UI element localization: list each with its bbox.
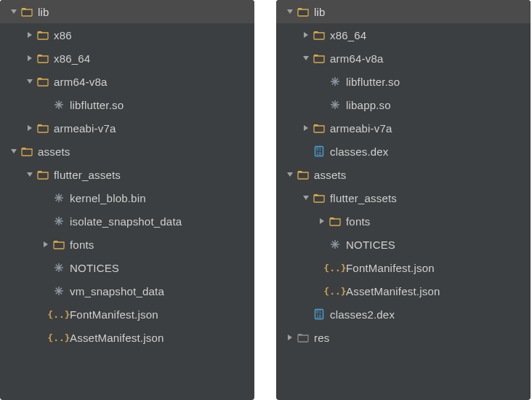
chevron-down-icon[interactable] [301,193,311,203]
tree-row[interactable]: libflutter.so [0,93,254,116]
tree-item-label: flutter_assets [330,192,397,204]
json-file-icon: {..} [52,308,65,321]
tree-item-label: fonts [70,239,94,251]
chevron-right-icon[interactable] [41,239,51,249]
chevron-down-icon[interactable] [285,7,295,17]
json-file-icon: {..} [52,331,65,344]
tree-item-label: classes2.dex [330,308,395,321]
chevron-down-icon[interactable] [25,169,35,180]
file-icon [52,98,65,111]
json-file-icon: {..} [329,261,342,274]
tree-item-label: arm64-v8a [330,52,384,65]
tree-item-label: isolate_snapshot_data [70,215,182,228]
chevron-placeholder [41,286,51,296]
file-icon [329,98,342,111]
tree-item-label: libflutter.so [70,99,124,111]
chevron-right-icon[interactable] [25,53,35,63]
tree-row[interactable]: isolate_snapshot_data [0,209,254,233]
tree-row[interactable]: fonts [276,209,531,233]
tree-item-label: arm64-v8a [54,76,108,88]
chevron-placeholder [317,239,327,249]
tree-item-label: armeabi-v7a [54,122,116,135]
tree-row[interactable]: lib [0,0,254,23]
tree-row[interactable]: 0110classes2.dex [276,303,531,326]
tree-item-label: libapp.so [346,99,391,111]
tree-item-label: lib [314,6,326,18]
tree-row[interactable]: libflutter.so [276,70,531,93]
tree-item-label: AssetManifest.json [70,332,164,344]
chevron-down-icon[interactable] [285,169,295,180]
tree-item-label: armeabi-v7a [330,122,392,135]
tree-row[interactable]: arm64-v8a [0,70,254,93]
chevron-placeholder [41,193,51,203]
tree-item-label: assets [38,145,70,158]
chevron-down-icon[interactable] [301,53,311,63]
chevron-right-icon[interactable] [25,123,35,133]
svg-text:10: 10 [316,151,322,156]
chevron-down-icon[interactable] [25,76,35,87]
right-panel: libx86_64arm64-v8alibflutter.solibapp.so… [276,0,531,400]
folder-icon [36,121,49,135]
tree-row[interactable]: res [276,326,531,349]
file-icon [52,191,65,204]
folder-icon [313,191,326,204]
tree-row[interactable]: {..}FontManifest.json [0,303,254,326]
chevron-placeholder [301,146,311,156]
tree-row[interactable]: {..}AssetManifest.json [0,326,254,349]
tree-row[interactable]: vm_snapshot_data [0,279,254,303]
tree-row[interactable]: armeabi-v7a [276,116,531,140]
tree-item-label: kernel_blob.bin [70,192,146,204]
folder-icon [36,168,49,181]
folder-icon [297,5,310,18]
json-file-icon: {..} [329,284,342,297]
chevron-right-icon[interactable] [301,123,311,133]
tree-row[interactable]: NOTICES [0,256,254,279]
tree-row[interactable]: armeabi-v7a [0,116,254,140]
chevron-placeholder [317,100,327,110]
tree-row[interactable]: x86 [0,23,254,47]
tree-row[interactable]: kernel_blob.bin [0,186,254,209]
tree-item-label: AssetManifest.json [346,285,440,297]
right-tree: libx86_64arm64-v8alibflutter.solibapp.so… [276,0,531,349]
tree-row[interactable]: 0110classes.dex [276,140,531,163]
tree-row[interactable]: flutter_assets [0,163,254,186]
chevron-down-icon[interactable] [9,7,19,17]
chevron-right-icon[interactable] [25,30,35,40]
tree-item-label: FontManifest.json [346,262,435,274]
folder-icon [329,215,342,228]
tree-item-label: res [314,332,329,344]
tree-item-label: FontManifest.json [70,308,158,321]
file-icon [52,284,65,297]
chevron-right-icon[interactable] [317,216,327,226]
tree-row[interactable]: {..}FontManifest.json [276,256,531,279]
chevron-right-icon[interactable] [301,30,311,40]
folder-icon [297,168,310,181]
tree-row[interactable]: flutter_assets [276,186,531,209]
tree-row[interactable]: NOTICES [276,233,531,256]
file-icon [329,75,342,88]
tree-row[interactable]: libapp.so [276,93,531,116]
tree-row[interactable]: assets [0,140,254,163]
folder-icon [36,28,49,41]
tree-row[interactable]: {..}AssetManifest.json [276,279,531,303]
file-icon [52,215,65,228]
tree-item-label: fonts [346,215,371,228]
tree-row[interactable]: fonts [0,233,254,256]
folder-icon [52,238,65,251]
tree-row[interactable]: x86_64 [0,47,254,70]
folder-icon [313,52,326,65]
chevron-down-icon[interactable] [9,146,19,156]
tree-item-label: classes.dex [330,145,389,158]
folder-icon [20,5,33,18]
tree-row[interactable]: x86_64 [276,23,531,47]
folder-icon [313,28,326,41]
tree-row[interactable]: arm64-v8a [276,47,531,70]
folder-icon [36,52,49,65]
chevron-right-icon[interactable] [285,332,295,343]
tree-row[interactable]: assets [276,163,531,186]
folder-icon [20,145,33,158]
tree-row[interactable]: lib [276,0,531,23]
tree-item-label: lib [38,6,49,18]
tree-item-label: x86 [54,29,72,41]
dex-file-icon: 0110 [313,145,326,158]
